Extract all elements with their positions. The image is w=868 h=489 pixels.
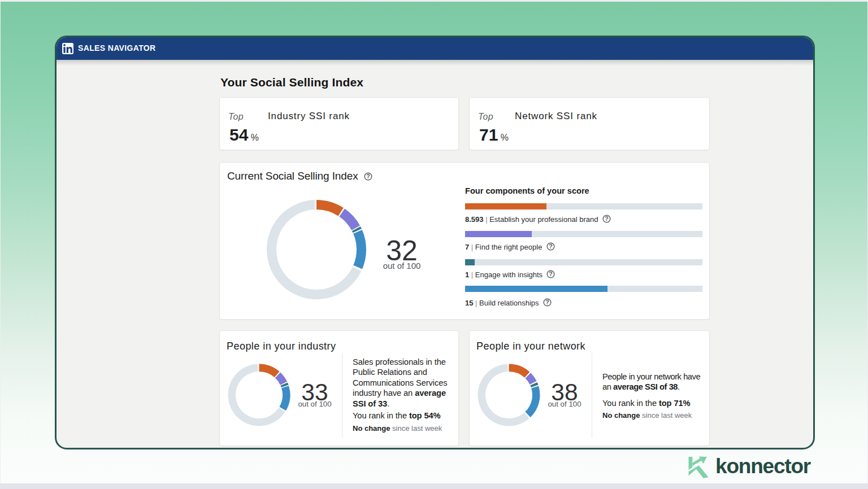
svg-text:?: ? [605, 215, 608, 222]
svg-text:?: ? [549, 270, 553, 277]
svg-text:?: ? [549, 243, 552, 250]
svg-text:?: ? [545, 299, 549, 305]
svg-text:?: ? [366, 173, 370, 180]
